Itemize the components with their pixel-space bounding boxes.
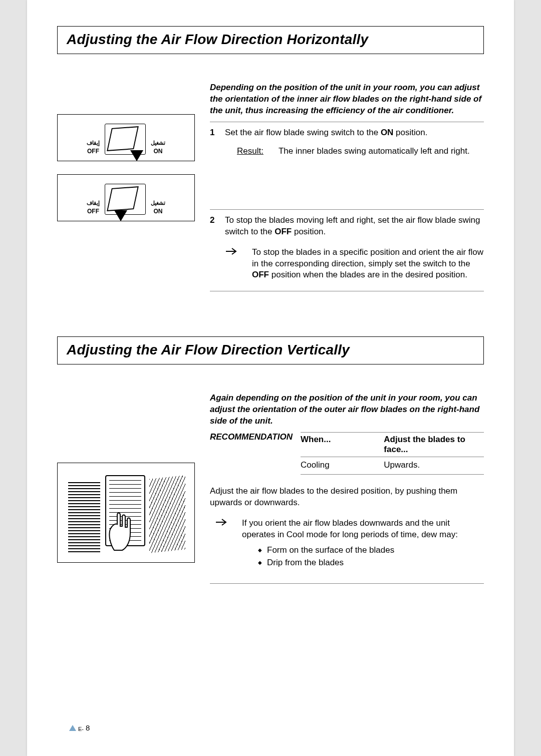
rec-adjust: Upwards. [384,460,484,470]
step-1: 1 Set the air flow blade swing switch to… [210,127,484,157]
hand-icon [105,509,133,551]
rec-header-when: When... [301,435,384,455]
step-1-result: Result: The inner blades swing automatic… [237,146,484,157]
ac-unit-icon [105,124,146,155]
dew-consequences-list: Form on the surface of the blades Drip f… [258,544,484,569]
step-1-body: Set the air flow blade swing switch to t… [225,127,484,157]
switch-on-illustration: إيقاف OFF تشغيل ON [87,124,165,155]
note-text: To stop the blades in a specific positio… [252,247,484,281]
off-label: إيقاف OFF [87,140,100,155]
section2-text: Again depending on the position of the u… [210,393,484,589]
section2-body-text: Adjust the air flow blades to the desire… [210,486,484,509]
section1-body: إيقاف OFF تشغيل ON [57,82,484,296]
recommendation-label: RECOMMENDATION [210,432,293,442]
figure-switch-on: إيقاف OFF تشغيل ON [57,114,195,161]
switch-off-illustration: إيقاف OFF تشغيل ON [87,184,165,215]
on-label-2: تشغيل ON [151,200,165,215]
section2-figures [57,393,195,589]
vertical-blades-illustration [66,470,186,555]
section2-title: Adjusting the Air Flow Direction Vertica… [67,342,474,358]
step-2-note: To stop the blades in a specific positio… [225,247,484,281]
list-item: Form on the surface of the blades [258,544,484,557]
note-arrow-icon [225,247,241,281]
recommendation-block: RECOMMENDATION When... Adjust the blades… [210,432,484,475]
section2-note-body: If you orient the air flow blades downwa… [242,518,484,569]
page-content: Adjusting the Air Flow Direction Horizon… [27,0,514,589]
result-label: Result: [237,146,263,157]
arrow-down-icon [130,150,143,161]
divider [301,474,484,475]
section2-title-bar: Adjusting the Air Flow Direction Vertica… [57,336,484,364]
off-label-2: إيقاف OFF [87,200,100,215]
manual-page: Adjusting the Air Flow Direction Horizon… [27,0,514,756]
side-fins-icon [149,476,185,554]
section2-note: If you orient the air flow blades downwa… [215,518,484,569]
divider [210,583,484,584]
step-2: 2 To stop the blades moving left and rig… [210,215,484,281]
recommendation-row: Cooling Upwards. [301,457,484,473]
step-number: 1 [210,127,218,157]
step-2-body: To stop the blades moving left and right… [225,215,484,281]
arrow-down-icon [114,210,127,221]
step-number: 2 [210,215,218,281]
divider [210,122,484,122]
section1-title: Adjusting the Air Flow Direction Horizon… [67,32,474,48]
louvers-icon [68,482,100,552]
list-item: Drip from the blades [258,556,484,569]
section2-body: Again depending on the position of the u… [57,393,484,589]
on-label: تشغيل ON [151,140,165,155]
section2-intro: Again depending on the position of the u… [210,393,484,427]
divider [210,291,484,291]
recommendation-table: When... Adjust the blades to face... Coo… [301,432,484,475]
section1-intro: Depending on the position of the unit in… [210,82,484,117]
ac-unit-icon-2 [105,184,146,215]
figure-vertical-blades [57,463,195,563]
result-text: The inner blades swing automatically lef… [279,146,470,157]
divider [210,209,484,210]
section1-title-bar: Adjusting the Air Flow Direction Horizon… [57,26,484,54]
page-number: E-8 [69,723,90,732]
rec-header-adjust: Adjust the blades to face... [384,435,484,455]
section1-text: Depending on the position of the unit in… [210,82,484,296]
recommendation-header: When... Adjust the blades to face... [301,432,484,457]
figure-switch-off: إيقاف OFF تشغيل ON [57,174,195,221]
page-marker-icon [69,725,76,731]
note-arrow-icon [215,518,231,569]
rec-when: Cooling [301,460,384,470]
section1-figures: إيقاف OFF تشغيل ON [57,82,195,296]
